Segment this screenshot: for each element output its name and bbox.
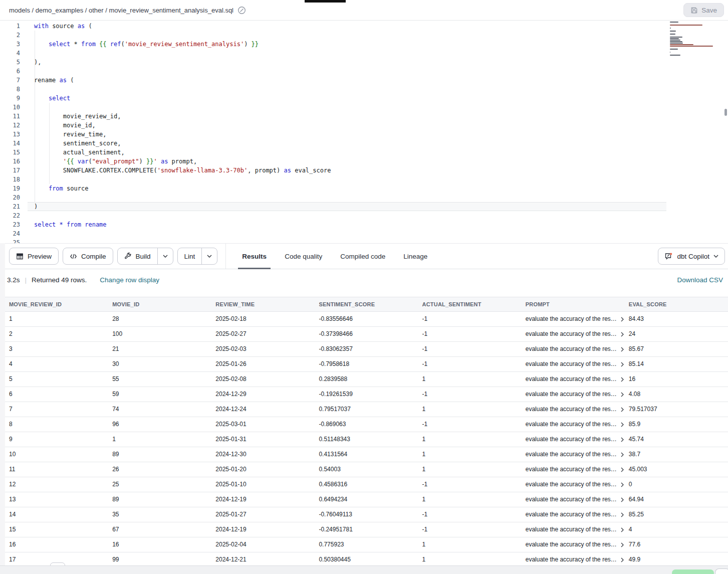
code-line[interactable]: 12 movie_id,	[0, 121, 671, 130]
expand-cell-icon[interactable]	[620, 527, 625, 532]
code-line[interactable]: 24	[0, 229, 671, 238]
tab-compiled-code[interactable]: Compiled code	[339, 244, 386, 269]
code-line[interactable]: 5),	[0, 58, 671, 67]
expand-cell-icon[interactable]	[620, 497, 625, 502]
column-header[interactable]: SENTIMENT_SCORE	[315, 297, 418, 311]
table-row[interactable]: 11262025-01-200.540031evaluate the accur…	[5, 462, 728, 477]
column-header[interactable]: REVIEW_TIME	[211, 297, 315, 311]
table-cell[interactable]: evaluate the accuracy of the res…	[522, 387, 625, 402]
breadcrumb-path[interactable]: models / demo_examples / other / movie_r…	[9, 7, 233, 14]
table-cell[interactable]: evaluate the accuracy of the res…	[522, 477, 625, 492]
lint-button[interactable]: Lint	[178, 248, 202, 264]
partial-button[interactable]	[715, 568, 728, 574]
table-row[interactable]: 4302025-01-26-0.7958618-1evaluate the ac…	[5, 357, 728, 372]
download-csv-link[interactable]: Download CSV	[677, 276, 723, 284]
table-row[interactable]: 13892024-12-190.64942341evaluate the acc…	[5, 492, 728, 507]
table-cell[interactable]: evaluate the accuracy of the res…	[522, 417, 625, 432]
table-row[interactable]: 6592024-12-29-0.19261539-1evaluate the a…	[5, 387, 728, 402]
lint-dropdown-button[interactable]	[201, 248, 217, 264]
code-editor[interactable]: 1with source as (23 select * from {{ ref…	[0, 21, 728, 243]
code-line[interactable]: 2	[0, 31, 671, 40]
code-line[interactable]: 7rename as (	[0, 76, 671, 85]
table-cell[interactable]: evaluate the accuracy of the res…	[522, 537, 625, 552]
table-cell[interactable]: evaluate the accuracy of the res…	[522, 342, 625, 356]
code-line[interactable]: 25	[0, 238, 671, 243]
code-line[interactable]: 16 '{{ var("eval_prompt") }}' as prompt,	[0, 157, 671, 166]
expand-cell-icon[interactable]	[620, 437, 625, 442]
code-line[interactable]: 6	[0, 67, 671, 76]
table-row[interactable]: 912025-01-310.511483431evaluate the accu…	[5, 432, 728, 447]
tab-results[interactable]: Results	[241, 244, 268, 269]
table-cell[interactable]: evaluate the accuracy of the res…	[522, 522, 625, 537]
code-line[interactable]: 8	[0, 85, 671, 94]
code-line[interactable]: 20	[0, 193, 671, 202]
dbt-copilot-button[interactable]: dbt Copilot	[658, 248, 725, 265]
column-header[interactable]: PROMPT	[522, 297, 625, 311]
expand-cell-icon[interactable]	[620, 467, 625, 472]
expand-cell-icon[interactable]	[620, 407, 625, 412]
column-header[interactable]: MOVIE_ID	[108, 297, 211, 311]
breadcrumb[interactable]: models / demo_examples / other / movie_r…	[9, 6, 246, 15]
expand-cell-icon[interactable]	[620, 332, 625, 337]
tab-code-quality[interactable]: Code quality	[284, 244, 323, 269]
table-cell[interactable]: evaluate the accuracy of the res…	[522, 462, 625, 477]
table-row[interactable]: 1282025-02-18-0.83556646-1evaluate the a…	[5, 312, 728, 327]
table-row[interactable]: 16162025-02-040.7759231evaluate the accu…	[5, 537, 728, 552]
table-cell[interactable]: evaluate the accuracy of the res…	[522, 312, 625, 326]
code-line[interactable]: 1with source as (	[0, 22, 671, 31]
table-cell[interactable]: evaluate the accuracy of the res…	[522, 552, 625, 567]
code-line[interactable]: 9 select	[0, 94, 671, 103]
build-dropdown-button[interactable]	[157, 248, 173, 264]
code-line[interactable]: 15 actual_sentiment,	[0, 148, 671, 157]
expand-cell-icon[interactable]	[620, 422, 625, 427]
code-line[interactable]: 3 select * from {{ ref('movie_review_sen…	[0, 40, 671, 49]
preview-button[interactable]: Preview	[9, 248, 59, 265]
expand-cell-icon[interactable]	[620, 452, 625, 457]
code-line[interactable]: 23select * from rename	[0, 220, 671, 229]
column-header[interactable]: ACTUAL_SENTIMENT	[418, 297, 522, 311]
table-row[interactable]: 5552025-02-080.28395881evaluate the accu…	[5, 372, 728, 387]
table-row[interactable]: 15672024-12-19-0.24951781-1evaluate the …	[5, 522, 728, 537]
code-line[interactable]: 4	[0, 49, 671, 58]
code-line[interactable]: 13 review_time,	[0, 130, 671, 139]
table-cell[interactable]: evaluate the accuracy of the res…	[522, 357, 625, 371]
table-row[interactable]: 3212025-02-03-0.83062357-1evaluate the a…	[5, 342, 728, 357]
table-row[interactable]: 8962025-03-01-0.869063-1evaluate the acc…	[5, 417, 728, 432]
table-cell[interactable]: evaluate the accuracy of the res…	[522, 492, 625, 507]
expand-cell-icon[interactable]	[620, 482, 625, 487]
table-cell[interactable]: evaluate the accuracy of the res…	[522, 507, 625, 522]
column-header[interactable]: EVAL_SCORE	[625, 297, 728, 311]
expand-cell-icon[interactable]	[620, 392, 625, 397]
code-line[interactable]: 18	[0, 175, 671, 184]
change-row-display-link[interactable]: Change row display	[100, 276, 159, 284]
code-line[interactable]: 11 movie_review_id,	[0, 112, 671, 121]
expand-cell-icon[interactable]	[620, 347, 625, 352]
code-line[interactable]: 14 sentiment_score,	[0, 139, 671, 148]
tab-lineage[interactable]: Lineage	[402, 244, 428, 269]
table-row[interactable]: 10892024-12-300.41315641evaluate the acc…	[5, 447, 728, 462]
code-line[interactable]: 21)	[0, 202, 671, 211]
table-cell[interactable]: evaluate the accuracy of the res…	[522, 402, 625, 417]
table-cell[interactable]: evaluate the accuracy of the res…	[522, 372, 625, 387]
table-cell[interactable]: evaluate the accuracy of the res…	[522, 327, 625, 341]
column-header[interactable]: MOVIE_REVIEW_ID	[5, 297, 108, 311]
code-line[interactable]: 10	[0, 103, 671, 112]
expand-cell-icon[interactable]	[620, 362, 625, 367]
editor-scrollbar-thumb[interactable]	[724, 109, 727, 116]
code-line[interactable]: 22	[0, 211, 671, 220]
table-cell[interactable]: evaluate the accuracy of the res…	[522, 447, 625, 462]
code-line[interactable]: 19 from source	[0, 184, 671, 193]
table-row[interactable]: 12252025-01-100.4586316-1evaluate the ac…	[5, 477, 728, 492]
expand-cell-icon[interactable]	[620, 512, 625, 517]
table-row[interactable]: 14352025-01-27-0.76049113-1evaluate the …	[5, 507, 728, 522]
expand-cell-icon[interactable]	[620, 317, 625, 322]
expand-cell-icon[interactable]	[620, 557, 625, 562]
expand-cell-icon[interactable]	[620, 377, 625, 382]
compile-button[interactable]: Compile	[63, 248, 113, 265]
table-cell[interactable]: evaluate the accuracy of the res…	[522, 432, 625, 447]
save-button[interactable]: Save	[683, 3, 724, 17]
editor-minimap[interactable]	[670, 22, 722, 59]
code-area[interactable]: 1with source as (23 select * from {{ ref…	[0, 22, 671, 243]
table-row[interactable]: 21002025-02-27-0.37398466-1evaluate the …	[5, 327, 728, 342]
status-pill[interactable]	[672, 569, 714, 574]
